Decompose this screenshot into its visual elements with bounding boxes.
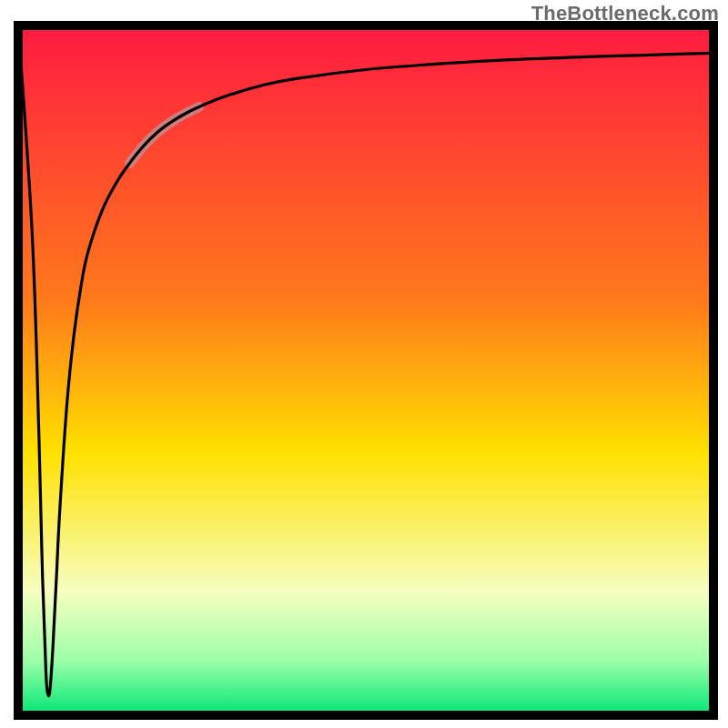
plot-gradient-background (18, 25, 713, 715)
bottleneck-chart (0, 0, 728, 728)
chart-root: TheBottleneck.com (0, 0, 728, 728)
